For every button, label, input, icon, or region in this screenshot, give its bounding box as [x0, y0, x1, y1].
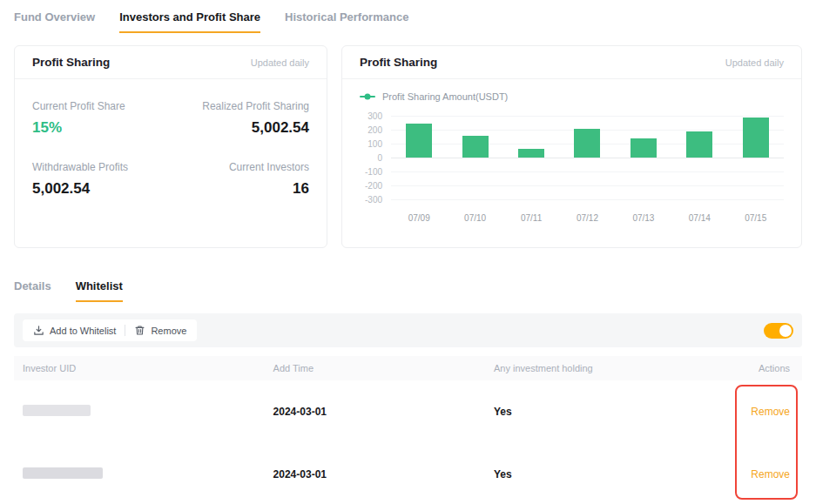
add-to-whitelist-icon [33, 325, 44, 336]
chart-card-header: Profit Sharing Updated daily [342, 46, 801, 79]
bar [631, 138, 657, 158]
redacted-uid [23, 405, 91, 416]
add-time-cell: 2024-03-01 [266, 406, 487, 418]
bar-slot [391, 116, 447, 199]
stat-current-profit-share: Current Profit Share 15% [32, 100, 171, 137]
stat-value: 5,002.54 [171, 119, 309, 137]
add-to-whitelist-label: Add to Whitelist [50, 326, 116, 336]
stat-label: Current Investors [171, 161, 309, 173]
whitelist-toolbar: Add to Whitelist Remove [14, 313, 802, 347]
bar-slot [728, 116, 784, 199]
y-tick-label: -200 [365, 181, 382, 191]
chart-y-axis: 3002001000-100-200-300 [360, 116, 391, 199]
chart-x-axis: 07/0907/1007/1107/1207/1307/1407/15 [391, 213, 784, 223]
profit-sharing-chart-card: Profit Sharing Updated daily Profit Shar… [341, 45, 802, 248]
bar [518, 149, 544, 158]
y-tick-label: -100 [365, 167, 382, 177]
stat-current-investors: Current Investors 16 [171, 161, 309, 198]
top-tabs: Fund Overview Investors and Profit Share… [14, 10, 802, 33]
tab-historical-performance[interactable]: Historical Performance [285, 10, 408, 33]
x-tick-label: 07/14 [671, 213, 727, 223]
stat-value: 15% [32, 119, 171, 137]
y-tick-label: 200 [368, 125, 382, 135]
stat-value: 16 [171, 180, 309, 198]
bar-slot [559, 116, 615, 199]
chart-plot [391, 116, 784, 199]
stat-label: Realized Profit Sharing [171, 100, 309, 112]
chart-legend[interactable]: Profit Sharing Amount(USDT) [360, 91, 784, 102]
table-body: 2024-03-01 Yes Remove 2024-03-01 Yes Rem… [14, 380, 802, 504]
header-investment-holding: Any investment holding [487, 363, 724, 373]
stat-value: 5,002.54 [32, 180, 171, 198]
y-tick-label: -300 [365, 195, 382, 205]
holding-cell: Yes [487, 468, 724, 480]
tab-details[interactable]: Details [14, 279, 51, 302]
x-tick-label: 07/11 [503, 213, 559, 223]
profit-chart: 3002001000-100-200-300 [360, 116, 784, 199]
bar-slot [447, 116, 502, 199]
x-tick-label: 07/12 [559, 213, 615, 223]
page: Fund Overview Investors and Profit Share… [0, 0, 816, 504]
stat-label: Current Profit Share [32, 100, 171, 112]
y-tick-label: 0 [377, 153, 382, 163]
bar [462, 136, 489, 158]
legend-label: Profit Sharing Amount(USDT) [382, 91, 508, 102]
table-row: 2024-03-01 Yes Remove [14, 443, 802, 504]
chart-bars [391, 116, 784, 199]
x-tick-label: 07/10 [447, 213, 502, 223]
bar-slot [671, 116, 727, 199]
redacted-uid [23, 467, 103, 479]
sub-tabs: Details Whitelist [14, 279, 802, 302]
stat-realized-profit-sharing: Realized Profit Sharing 5,002.54 [171, 100, 309, 137]
bar-slot [503, 116, 559, 199]
bar [743, 118, 769, 158]
legend-marker-icon [360, 96, 375, 97]
y-tick-label: 100 [368, 139, 382, 149]
toolbar-button-group: Add to Whitelist Remove [23, 319, 197, 341]
cards-row: Profit Sharing Updated daily Current Pro… [14, 45, 802, 248]
y-tick-label: 300 [368, 111, 382, 121]
table-row: 2024-03-01 Yes Remove [14, 380, 802, 443]
table-header-row: Investor UID Add Time Any investment hol… [14, 356, 802, 380]
tab-whitelist[interactable]: Whitelist [76, 279, 123, 302]
chart-body: Profit Sharing Amount(USDT) 3002001000-1… [342, 79, 801, 230]
trash-icon [134, 325, 145, 336]
bar [574, 129, 600, 158]
gridline [391, 199, 784, 200]
bar [406, 124, 432, 158]
stats-card-updated: Updated daily [251, 57, 309, 68]
chart-x-axis-row: 07/0907/1007/1107/1207/1307/1407/15 [360, 213, 784, 223]
chart-card-updated: Updated daily [725, 57, 784, 68]
whitelist-table: Investor UID Add Time Any investment hol… [14, 356, 802, 504]
header-add-time: Add Time [266, 363, 487, 373]
stats-grid: Current Profit Share 15% Realized Profit… [15, 79, 327, 218]
chart-card-title: Profit Sharing [360, 56, 437, 69]
stat-label: Withdrawable Profits [32, 161, 171, 173]
remove-selected-label: Remove [151, 326, 186, 336]
bar-slot [616, 116, 671, 199]
whitelist-toggle[interactable] [764, 323, 793, 339]
x-tick-label: 07/15 [728, 213, 784, 223]
bar [686, 131, 712, 158]
stats-card-title: Profit Sharing [32, 56, 110, 69]
add-time-cell: 2024-03-01 [266, 468, 487, 480]
stat-withdrawable-profits: Withdrawable Profits 5,002.54 [32, 161, 171, 198]
x-tick-label: 07/13 [616, 213, 671, 223]
header-investor-uid: Investor UID [14, 363, 266, 373]
profit-sharing-stats-card: Profit Sharing Updated daily Current Pro… [14, 45, 327, 248]
row-remove-link[interactable]: Remove [751, 468, 790, 480]
tab-investors-profit-share[interactable]: Investors and Profit Share [119, 10, 260, 33]
add-to-whitelist-button[interactable]: Add to Whitelist [24, 319, 125, 341]
row-remove-link[interactable]: Remove [751, 406, 790, 418]
holding-cell: Yes [487, 406, 724, 418]
header-actions: Actions [723, 363, 802, 373]
remove-selected-button[interactable]: Remove [125, 319, 195, 341]
x-tick-label: 07/09 [391, 213, 447, 223]
tab-fund-overview[interactable]: Fund Overview [14, 10, 95, 33]
stats-card-header: Profit Sharing Updated daily [15, 46, 327, 79]
toggle-knob [779, 325, 792, 337]
